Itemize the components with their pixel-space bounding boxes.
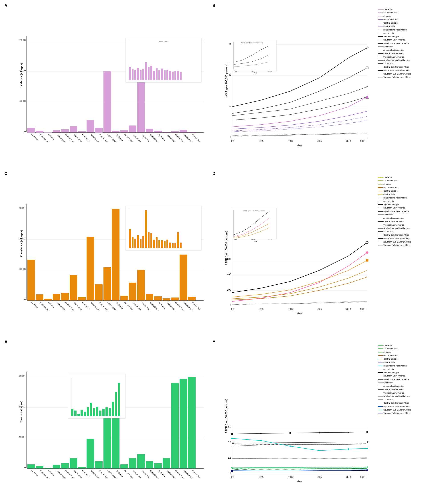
svg-text:2010: 2010	[346, 308, 351, 310]
svg-text:2015: 2015	[360, 476, 365, 478]
svg-text:2010: 2010	[346, 140, 351, 142]
svg-text:0: 0	[24, 298, 26, 301]
svg-text:East Asia: East Asia	[31, 133, 39, 141]
svg-text:1995: 1995	[259, 476, 264, 478]
svg-point-287	[348, 448, 349, 450]
svg-rect-243	[77, 414, 80, 416]
svg-rect-202	[61, 463, 69, 468]
svg-rect-147	[153, 240, 155, 248]
svg-text:East Asia: East Asia	[31, 301, 39, 309]
svg-rect-110	[154, 296, 162, 300]
svg-rect-49	[174, 71, 176, 80]
svg-rect-251	[102, 409, 105, 416]
svg-text:2005: 2005	[252, 239, 255, 240]
svg-rect-111	[163, 298, 170, 300]
svg-rect-250	[99, 411, 101, 416]
svg-text:Inset detail: Inset detail	[159, 41, 168, 43]
svg-rect-46	[166, 70, 168, 80]
svg-text:Year: Year	[254, 72, 257, 74]
svg-rect-252	[106, 407, 108, 416]
bar-caribbean	[112, 131, 120, 133]
svg-rect-294	[366, 470, 368, 471]
svg-rect-42	[156, 68, 158, 80]
svg-text:1200000: 1200000	[19, 238, 25, 240]
svg-rect-39	[148, 67, 150, 80]
svg-rect-138	[129, 229, 131, 248]
svg-rect-198	[27, 464, 35, 468]
bar-east-asia	[27, 128, 35, 133]
panel-b-label: B	[212, 3, 215, 8]
svg-text:200: 200	[227, 289, 231, 291]
svg-rect-51	[180, 72, 182, 80]
svg-rect-40	[150, 66, 152, 80]
svg-text:Oceania: Oceania	[48, 469, 55, 476]
svg-point-289	[231, 467, 232, 468]
svg-text:Year: Year	[254, 241, 257, 242]
svg-point-284	[260, 440, 262, 441]
svg-rect-33	[132, 69, 133, 80]
svg-text:Oceania: Oceania	[48, 133, 55, 140]
bar-australasia	[78, 131, 86, 133]
svg-rect-275	[231, 433, 233, 435]
svg-text:120000: 120000	[19, 39, 26, 41]
svg-text:1.5: 1.5	[228, 457, 231, 459]
svg-rect-98	[53, 294, 60, 300]
svg-text:Western Sub-Saharan Africa: Western Sub-Saharan Africa	[192, 133, 208, 142]
svg-text:3.0: 3.0	[228, 441, 231, 444]
svg-text:0: 0	[24, 466, 26, 469]
svg-text:Australasia: Australasia	[82, 301, 90, 310]
svg-rect-151	[164, 241, 166, 248]
svg-rect-99	[61, 293, 69, 300]
panel-f: F ASDR (per 100,000 persons) 0.0 1.5 3.0…	[210, 338, 425, 504]
svg-rect-210	[129, 458, 136, 468]
svg-marker-76	[366, 95, 368, 98]
svg-rect-37	[142, 69, 144, 80]
svg-rect-106	[120, 296, 128, 300]
svg-marker-282	[366, 441, 369, 443]
svg-rect-36	[140, 70, 141, 80]
bar-eastern-europe	[61, 129, 69, 133]
panel-c: C Prevalence (all ages) 0 600000 1200000…	[2, 170, 210, 338]
svg-rect-43	[159, 70, 160, 80]
bar-hiap	[70, 126, 77, 133]
bar-southeast-asia	[36, 131, 43, 133]
svg-text:ASIR (per 100,000 persons): ASIR (per 100,000 persons)	[225, 63, 228, 97]
legend-f: East Asia Southeast Asia Oceania Eastern…	[378, 344, 425, 415]
svg-rect-200	[44, 468, 52, 468]
svg-text:ASDR (per 100,000 persons): ASDR (per 100,000 persons)	[225, 399, 228, 433]
svg-text:2000: 2000	[288, 308, 293, 310]
svg-rect-152	[166, 240, 168, 248]
bar-sssa	[179, 130, 187, 133]
bar-name	[146, 129, 153, 133]
svg-text:2015: 2015	[360, 308, 365, 310]
svg-text:Australasia: Australasia	[82, 133, 90, 142]
svg-text:4.5: 4.5	[228, 426, 231, 428]
svg-text:Year: Year	[297, 312, 302, 315]
svg-rect-77	[232, 40, 276, 71]
svg-text:600: 600	[227, 258, 231, 260]
svg-text:400: 400	[227, 273, 231, 276]
svg-rect-217	[188, 377, 196, 468]
svg-rect-148	[156, 237, 158, 248]
svg-text:2010: 2010	[346, 476, 351, 478]
bar-wssa	[188, 132, 196, 133]
svg-rect-103	[95, 284, 103, 300]
svg-text:Year: Year	[297, 144, 302, 147]
svg-rect-41	[153, 71, 155, 80]
svg-text:East Asia: East Asia	[31, 469, 39, 477]
svg-marker-281	[232, 442, 234, 444]
svg-text:2000: 2000	[288, 476, 293, 478]
svg-point-285	[290, 445, 291, 447]
svg-rect-213	[154, 463, 162, 468]
legend-item-east-asia: East Asia	[378, 8, 425, 11]
panel-f-chart: ASDR (per 100,000 persons) 0.0 1.5 3.0 4…	[225, 345, 376, 487]
svg-text:1995: 1995	[259, 140, 264, 142]
svg-rect-142	[140, 239, 141, 248]
bar-c-east-asia	[27, 260, 35, 300]
svg-rect-140	[134, 239, 136, 248]
svg-text:15: 15	[228, 105, 231, 107]
svg-rect-113	[179, 255, 187, 300]
svg-rect-215	[171, 383, 179, 468]
svg-rect-245	[84, 412, 86, 416]
svg-rect-145	[148, 232, 150, 248]
